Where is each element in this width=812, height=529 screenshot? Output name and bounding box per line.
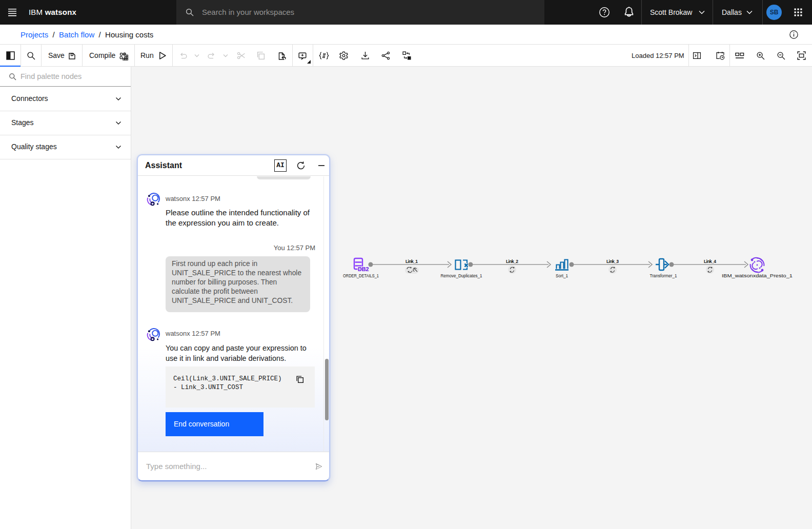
svg-text:Transformer_1: Transformer_1 [650, 273, 677, 278]
svg-text:Sort_1: Sort_1 [556, 273, 568, 278]
svg-text:Link_3: Link_3 [606, 259, 619, 264]
svg-text:IBM_watsonxdata_Presto_1: IBM_watsonxdata_Presto_1 [722, 273, 793, 278]
svg-text:DB2: DB2 [358, 266, 369, 272]
svg-text:Link_1: Link_1 [405, 259, 418, 264]
svg-text:Link_4: Link_4 [704, 259, 716, 264]
svg-text:Link_2: Link_2 [506, 259, 518, 264]
svg-text:ORDER_DETAILS_1: ORDER_DETAILS_1 [343, 273, 379, 278]
svg-text:Remove_Duplicates_1: Remove_Duplicates_1 [441, 273, 482, 278]
